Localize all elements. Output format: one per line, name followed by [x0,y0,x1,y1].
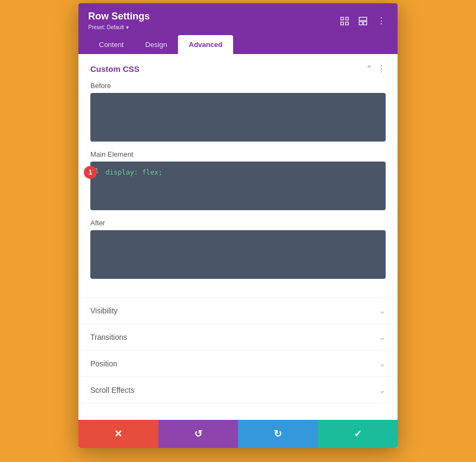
undo-button[interactable]: ↺ [158,420,239,448]
cancel-button[interactable]: ✕ [78,420,158,448]
position-section[interactable]: Position ⌄ [78,351,398,377]
svg-rect-1 [346,17,348,20]
position-label: Position [90,359,117,368]
css-code: display: flex; [90,162,386,183]
badge-1: 1 [84,166,97,179]
spacer [78,404,398,420]
before-label: Before [90,82,386,90]
section-header: Custom CSS ⌃ ⋮ [90,64,386,74]
focus-icon[interactable] [338,15,351,28]
visibility-section[interactable]: Visibility ⌄ [78,298,398,324]
modal-body: Custom CSS ⌃ ⋮ Before Main Element 1 1 d… [78,54,398,420]
svg-rect-3 [346,22,348,25]
modal-footer: ✕ ↺ ↻ ✓ [78,420,398,448]
svg-rect-6 [363,22,367,25]
transitions-label: Transitions [90,333,127,342]
custom-css-section: Custom CSS ⌃ ⋮ Before Main Element 1 1 d… [78,54,398,298]
visibility-label: Visibility [90,306,117,315]
section-header-icons: ⌃ ⋮ [366,64,386,74]
transitions-chevron: ⌄ [379,333,386,342]
main-element-label: Main Element [90,150,386,158]
svg-rect-2 [341,22,343,25]
tab-content[interactable]: Content [88,35,135,54]
section-more-icon[interactable]: ⋮ [377,64,386,74]
svg-rect-4 [359,17,367,21]
before-editor[interactable] [90,93,386,142]
tab-design[interactable]: Design [135,35,178,54]
scroll-effects-section[interactable]: Scroll Effects ⌄ [78,377,398,404]
header-top: Row Settings Preset: Default ▾ [88,11,388,31]
row-settings-modal: Row Settings Preset: Default ▾ [78,3,398,448]
save-button[interactable]: ✓ [318,420,398,448]
svg-rect-0 [341,17,343,20]
more-options-icon[interactable]: ⋮ [375,15,388,28]
collapse-icon[interactable]: ⌃ [366,64,373,74]
tabs-bar: Content Design Advanced [88,35,388,54]
section-title: Custom CSS [90,64,140,73]
header-icons: ⋮ [338,15,388,28]
position-chevron: ⌄ [379,359,386,368]
modal-header: Row Settings Preset: Default ▾ [78,3,398,54]
transitions-section[interactable]: Transitions ⌄ [78,324,398,351]
layout-icon[interactable] [356,15,369,28]
tab-advanced[interactable]: Advanced [178,35,233,54]
visibility-chevron: ⌄ [379,306,386,315]
scroll-effects-chevron: ⌄ [379,386,386,394]
after-editor[interactable] [90,230,386,279]
header-title-group: Row Settings Preset: Default ▾ [88,11,150,31]
main-element-wrapper: 1 1 display: flex; [90,162,386,210]
after-label: After [90,219,386,227]
redo-button[interactable]: ↻ [238,420,318,448]
main-element-editor[interactable]: 1 display: flex; [90,162,386,210]
scroll-effects-label: Scroll Effects [90,386,134,394]
svg-rect-5 [359,22,362,25]
modal-title: Row Settings [88,11,150,22]
modal-preset[interactable]: Preset: Default ▾ [88,23,150,31]
